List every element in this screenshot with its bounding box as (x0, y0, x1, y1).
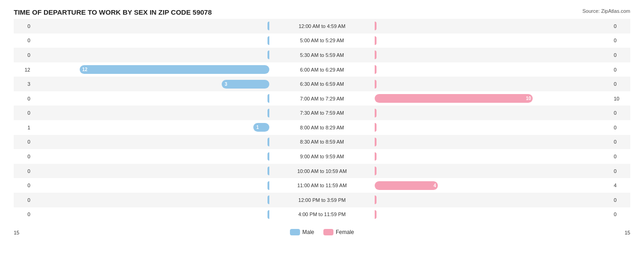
chart-area: 0 12:00 AM to 4:59 AM 0 0 (14, 19, 630, 235)
table-row: 3 3 6:30 AM to 6:59 AM 0 (14, 77, 630, 91)
chart-title: TIME OF DEPARTURE TO WORK BY SEX IN ZIP … (14, 8, 630, 16)
left-bar-container (32, 181, 269, 190)
row-inner: 0 5:30 AM to 5:59 AM 0 (14, 48, 630, 62)
legend-male: Male (290, 229, 314, 235)
time-label: 12:00 PM to 3:59 PM (269, 197, 375, 203)
male-bar-label: 1 (256, 125, 259, 130)
right-bar-container (375, 210, 612, 219)
row-inner: 0 4:00 PM to 11:59 PM 0 (14, 207, 630, 222)
male-swatch (290, 229, 300, 235)
female-bar (375, 22, 377, 30)
male-bar-label: 12 (82, 67, 87, 72)
female-value: 0 (612, 81, 630, 87)
female-bar (375, 65, 377, 74)
right-bar-container (375, 167, 612, 175)
female-bar (375, 80, 377, 89)
left-bar-container (32, 36, 269, 45)
female-bar (375, 152, 377, 161)
female-bar (375, 36, 377, 45)
right-bar-container (375, 65, 612, 74)
female-value: 0 (612, 154, 630, 159)
male-label: Male (302, 229, 314, 235)
table-row: 12 12 6:00 AM to 6:29 AM 0 (14, 62, 630, 77)
left-bar-container (32, 152, 269, 161)
table-row: 0 12:00 PM to 3:59 PM 0 (14, 193, 630, 207)
left-bar-container: 3 (32, 80, 269, 89)
legend-female: Female (323, 229, 354, 235)
chart-container: TIME OF DEPARTURE TO WORK BY SEX IN ZIP … (0, 0, 644, 273)
female-value: 0 (612, 212, 630, 217)
row-inner: 0 12:00 PM to 3:59 PM 0 (14, 193, 630, 207)
male-bar (267, 152, 269, 161)
row-inner: 12 12 6:00 AM to 6:29 AM 0 (14, 62, 630, 77)
male-value: 0 (14, 168, 32, 174)
male-bar (267, 138, 269, 146)
male-value: 0 (14, 212, 32, 217)
male-value: 0 (14, 139, 32, 145)
right-bar-container (375, 50, 612, 59)
female-bar (375, 109, 377, 117)
right-bar-container: 4 (375, 181, 612, 190)
table-row: 0 7:30 AM to 7:59 AM 0 (14, 106, 630, 120)
time-label: 6:30 AM to 6:59 AM (269, 81, 375, 87)
time-label: 8:00 AM to 8:29 AM (269, 125, 375, 130)
female-value: 0 (612, 52, 630, 58)
female-bar-label: 4 (434, 183, 437, 188)
female-value: 0 (612, 23, 630, 29)
legend: Male Female (290, 229, 354, 235)
male-value: 12 (14, 67, 32, 72)
row-inner: 0 11:00 AM to 11:59 AM 4 4 (14, 178, 630, 193)
right-bar-container (375, 152, 612, 161)
male-value: 0 (14, 38, 32, 43)
female-bar (375, 195, 377, 204)
table-row: 0 5:00 AM to 5:29 AM 0 (14, 33, 630, 48)
row-inner: 3 3 6:30 AM to 6:59 AM 0 (14, 77, 630, 91)
female-value: 0 (612, 67, 630, 72)
female-bar: 4 (375, 181, 438, 190)
row-inner: 0 7:00 AM to 7:29 AM 10 10 (14, 91, 630, 106)
time-label: 4:00 PM to 11:59 PM (269, 212, 375, 217)
time-label: 5:30 AM to 5:59 AM (269, 52, 375, 58)
table-row: 0 5:30 AM to 5:59 AM 0 (14, 48, 630, 62)
left-bar-container: 12 (32, 65, 269, 74)
right-bar-container (375, 195, 612, 204)
female-value: 0 (612, 139, 630, 145)
left-bar-container (32, 109, 269, 117)
left-bar-container (32, 195, 269, 204)
female-value: 0 (612, 38, 630, 43)
right-bar-container (375, 138, 612, 146)
female-label: Female (336, 229, 354, 235)
female-bar (375, 138, 377, 146)
female-bar-label: 10 (526, 96, 531, 101)
female-bar: 10 (375, 94, 533, 103)
female-bar (375, 50, 377, 59)
female-value: 0 (612, 110, 630, 116)
male-value: 3 (14, 81, 32, 87)
female-value: 0 (612, 168, 630, 174)
male-bar (267, 22, 269, 30)
female-bar (375, 167, 377, 175)
left-bar-container (32, 138, 269, 146)
left-bar-container (32, 22, 269, 30)
male-value: 0 (14, 183, 32, 188)
time-label: 7:30 AM to 7:59 AM (269, 110, 375, 116)
right-bar-container (375, 123, 612, 132)
right-bar-container (375, 36, 612, 45)
male-value: 0 (14, 154, 32, 159)
male-bar (267, 181, 269, 190)
table-row: 0 11:00 AM to 11:59 AM 4 4 (14, 178, 630, 193)
table-row: 0 7:00 AM to 7:29 AM 10 10 (14, 91, 630, 106)
time-label: 9:00 AM to 9:59 AM (269, 154, 375, 159)
time-label: 10:00 AM to 10:59 AM (269, 168, 375, 174)
chart-source: Source: ZipAtlas.com (582, 8, 630, 14)
left-bar-container: 1 (32, 123, 269, 132)
table-row: 0 4:00 PM to 11:59 PM 0 (14, 207, 630, 222)
row-inner: 0 8:30 AM to 8:59 AM 0 (14, 135, 630, 150)
time-label: 5:00 AM to 5:29 AM (269, 38, 375, 43)
male-bar (267, 94, 269, 103)
left-bar-container (32, 94, 269, 103)
male-bar (267, 210, 269, 219)
male-value: 0 (14, 110, 32, 116)
male-bar (267, 167, 269, 175)
axis-left: 15 (14, 230, 19, 235)
